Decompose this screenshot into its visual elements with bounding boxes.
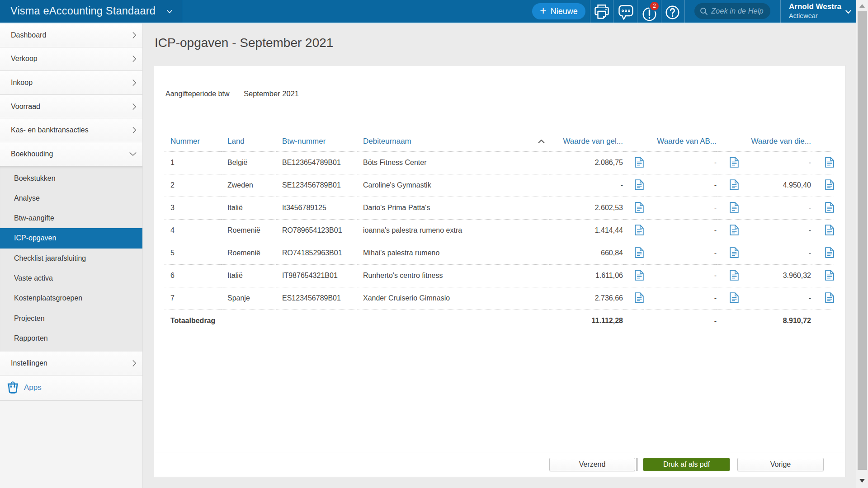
document-link[interactable]	[811, 151, 834, 174]
document-link[interactable]	[717, 219, 739, 242]
document-link[interactable]	[811, 174, 834, 197]
document-link[interactable]	[811, 242, 834, 264]
total-label: Totaalbedrag	[165, 310, 222, 332]
document-link[interactable]	[623, 197, 644, 219]
sidebar-item-kas-en-banktransacties[interactable]: Kas- en banktransacties	[0, 118, 142, 142]
table-row[interactable]: 3 Italië It3456789125 Dario's Prima Patt…	[165, 197, 834, 219]
sidebar-item-apps[interactable]: Apps	[0, 375, 142, 401]
document-icon	[635, 247, 644, 258]
icp-card: Aangifteperiode btw September 2021 Numme…	[154, 65, 845, 477]
sidebar-item-verkoop[interactable]: Verkoop	[0, 47, 142, 71]
document-icon	[825, 225, 834, 235]
page-title: ICP-opgaven - September 2021	[155, 36, 333, 50]
scroll-down-arrow-icon[interactable]	[859, 479, 865, 483]
table-row[interactable]: 7 Spanje ES123456789B01 Xander Cruiserio…	[165, 287, 834, 310]
page-scrollbar[interactable]	[856, 0, 868, 488]
apps-label: Apps	[24, 383, 42, 392]
table-row[interactable]: 5 Roemenië RO741852963B01 Mihai's palest…	[165, 242, 834, 264]
topbar: Visma eAccounting Standaard + Nieuwe	[0, 0, 856, 23]
scrollbar-thumb[interactable]	[858, 11, 867, 470]
col-header-waarde-diensten[interactable]: Waarde van die...	[739, 131, 811, 151]
sidebar-item-analyse[interactable]: Analyse	[0, 188, 142, 208]
document-icon	[730, 270, 739, 281]
sidebar-item-dashboard[interactable]: Dashboard	[0, 23, 142, 47]
document-link[interactable]	[623, 287, 644, 310]
document-link[interactable]	[623, 151, 644, 174]
document-link[interactable]	[623, 242, 644, 264]
table-row[interactable]: 6 Italië IT987654321B01 Runherto's centr…	[165, 264, 834, 287]
total-v3: 8.910,72	[739, 310, 811, 332]
document-link[interactable]	[717, 197, 739, 219]
col-header-waarde-abc[interactable]: Waarde van AB...	[644, 131, 717, 151]
sidebar-item-rapporten[interactable]: Rapporten	[0, 328, 142, 348]
previous-button[interactable]: Vorige	[737, 458, 824, 471]
sidebar-item-btw-aangifte[interactable]: Btw-aangifte	[0, 208, 142, 228]
document-icon	[635, 292, 644, 303]
help-icon	[665, 5, 679, 19]
col-header-spacer	[623, 131, 644, 151]
notifications-button[interactable]	[637, 0, 662, 23]
document-link[interactable]	[623, 219, 644, 242]
sidebar-item-checklist-jaarafsluiting[interactable]: Checklist jaarafsluiting	[0, 249, 142, 268]
document-link[interactable]	[623, 174, 644, 197]
col-header-spacer	[811, 131, 834, 151]
period-row: Aangifteperiode btw September 2021	[165, 89, 299, 98]
sidebar-item-instellingen[interactable]: Instellingen	[0, 352, 142, 375]
print-pdf-button[interactable]: Druk af als pdf	[643, 458, 730, 471]
document-link[interactable]	[717, 174, 739, 197]
sidebar-item-boekstukken[interactable]: Boekstukken	[0, 169, 142, 188]
send-button[interactable]: Verzend	[549, 458, 635, 471]
sidebar-item-vaste-activa[interactable]: Vaste activa	[0, 268, 142, 288]
document-link[interactable]	[811, 219, 834, 242]
sidebar-item-voorraad[interactable]: Voorraad	[0, 95, 142, 119]
topbar-divider	[684, 0, 685, 23]
col-header-btw-nummer[interactable]: Btw-nummer	[276, 131, 357, 151]
table-row[interactable]: 4 Roemenië RO789654123B01 ioanna's pales…	[165, 219, 834, 242]
chevron-right-icon	[132, 103, 137, 110]
document-icon	[635, 225, 644, 235]
document-icon	[825, 270, 834, 281]
document-icon	[825, 247, 834, 258]
document-link[interactable]	[811, 287, 834, 310]
button-divider	[637, 458, 637, 471]
scroll-up-arrow-icon[interactable]	[859, 4, 865, 8]
document-icon	[730, 202, 739, 213]
search-icon	[700, 7, 708, 15]
col-header-land[interactable]: Land	[222, 131, 276, 151]
document-link[interactable]	[717, 264, 739, 287]
document-icon	[730, 247, 739, 258]
table-total-row: Totaalbedrag 11.112,28 - 8.910,72	[165, 310, 834, 332]
card-footer: Verzend Druk af als pdf Vorige	[154, 452, 845, 477]
new-button[interactable]: + Nieuwe	[532, 3, 585, 19]
sidebar-item-kostenplaatsgroepen[interactable]: Kostenplaatsgroepen	[0, 288, 142, 308]
document-link[interactable]	[717, 242, 739, 264]
document-link[interactable]	[811, 197, 834, 219]
print-button[interactable]	[590, 0, 613, 23]
chevron-right-icon	[132, 32, 137, 38]
document-link[interactable]	[717, 287, 739, 310]
table-row[interactable]: 2 Zweden SE123456789B01 Caroline's Gymna…	[165, 174, 834, 197]
app-switcher[interactable]: Visma eAccounting Standaard	[0, 0, 182, 23]
sort-ascending-icon	[538, 139, 545, 143]
document-link[interactable]	[811, 264, 834, 287]
chevron-right-icon	[132, 127, 137, 134]
chat-button[interactable]	[613, 0, 639, 23]
printer-icon	[594, 5, 609, 20]
sidebar-item-inkoop[interactable]: Inkoop	[0, 71, 142, 95]
help-button[interactable]	[661, 0, 684, 23]
document-link[interactable]	[717, 151, 739, 174]
col-header-debiteurnaam[interactable]: Debiteurnaam	[357, 131, 549, 151]
sidebar-item-projecten[interactable]: Projecten	[0, 309, 142, 328]
col-header-waarde-goederen[interactable]: Waarde van gel...	[549, 131, 623, 151]
sidebar-item-boekhouding[interactable]: Boekhouding	[0, 142, 142, 166]
user-company: Actiewear	[789, 12, 818, 19]
table-row[interactable]: 1 België BE123654789B01 Böts Fitness Cen…	[165, 151, 834, 174]
document-icon	[635, 202, 644, 213]
document-link[interactable]	[623, 264, 644, 287]
user-name: Arnold Westra	[789, 2, 841, 11]
document-icon	[825, 202, 834, 213]
help-search-input[interactable]: Zoek in de Help	[694, 3, 770, 19]
sidebar-item-icp-opgaven[interactable]: ICP-opgaven	[0, 228, 142, 248]
document-icon	[825, 292, 834, 303]
col-header-nummer[interactable]: Nummer	[165, 131, 222, 151]
